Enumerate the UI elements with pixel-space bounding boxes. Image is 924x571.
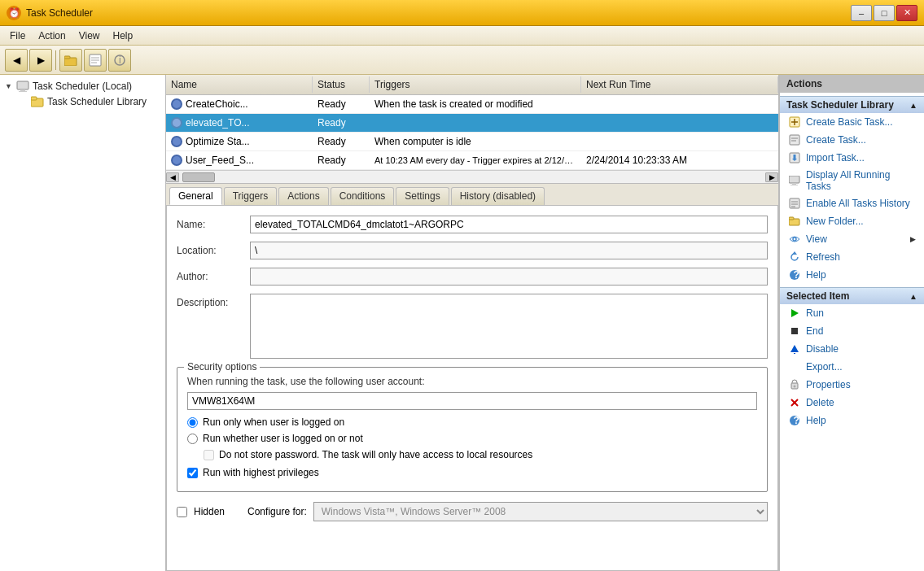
- action-display-running[interactable]: Display All Running Tasks: [780, 167, 924, 194]
- menu-action[interactable]: Action: [32, 28, 72, 43]
- folder-icon: [31, 96, 44, 107]
- security-section: Security options When running the task, …: [177, 367, 768, 492]
- toolbar-folder[interactable]: [59, 49, 82, 72]
- action-help-library[interactable]: ? Help: [780, 266, 924, 284]
- create-basic-icon: [788, 116, 801, 129]
- tree-library[interactable]: Task Scheduler Library: [3, 94, 162, 109]
- radio-whether-label: Run whether user is logged on or not: [203, 433, 363, 444]
- col-nextrun[interactable]: Next Run Time: [581, 76, 778, 93]
- close-button[interactable]: ✕: [896, 5, 917, 21]
- tree-expand-root[interactable]: ▼: [5, 82, 13, 90]
- action-properties[interactable]: Properties: [780, 376, 924, 394]
- action-enable-history[interactable]: Enable All Tasks History: [780, 194, 924, 212]
- bottom-row: Hidden Configure for: Windows Vista™, Wi…: [177, 502, 768, 521]
- create-task-icon: [788, 133, 801, 146]
- help-library-icon: ?: [788, 268, 801, 281]
- action-end[interactable]: End: [780, 322, 924, 340]
- action-create-basic-task[interactable]: Create Basic Task...: [780, 113, 924, 131]
- action-delete[interactable]: Delete: [780, 394, 924, 412]
- radio-logged-on-label: Run only when user is logged on: [203, 416, 344, 428]
- menu-help[interactable]: Help: [107, 28, 140, 43]
- location-input[interactable]: [250, 242, 768, 259]
- col-triggers[interactable]: Triggers: [370, 76, 581, 93]
- tab-history[interactable]: History (disabled): [451, 187, 545, 205]
- tab-actions[interactable]: Actions: [278, 187, 328, 205]
- security-title: Security options: [184, 361, 260, 373]
- table-row[interactable]: Optimize Sta... Ready When computer is i…: [166, 133, 778, 151]
- toolbar-task[interactable]: [84, 49, 107, 72]
- tree-root[interactable]: ▼ Task Scheduler (Local): [3, 78, 162, 94]
- user-account-input[interactable]: [187, 392, 757, 410]
- table-row[interactable]: CreateChoic... Ready When the task is cr…: [166, 95, 778, 114]
- checkbox-highest-privileges-label: Run with highest privileges: [203, 467, 319, 478]
- task-icon-2: [171, 136, 182, 147]
- radio-whether[interactable]: [187, 434, 198, 444]
- disable-label: Disable: [806, 343, 839, 355]
- checkbox-no-password[interactable]: [204, 450, 214, 460]
- action-new-folder[interactable]: New Folder...: [780, 212, 924, 230]
- scroll-thumb[interactable]: [182, 172, 215, 182]
- configure-select[interactable]: Windows Vista™, Windows Server™ 2008: [313, 502, 768, 521]
- toolbar-forward[interactable]: ▶: [29, 49, 52, 72]
- menu-view[interactable]: View: [72, 28, 107, 43]
- action-refresh[interactable]: Refresh: [780, 248, 924, 266]
- action-create-task[interactable]: Create Task...: [780, 131, 924, 149]
- menu-bar: File Action View Help: [0, 26, 924, 46]
- table-row[interactable]: User_Feed_S... Ready At 10:23 AM every d…: [166, 151, 778, 170]
- view-icon: [788, 233, 801, 246]
- radio-logged-on[interactable]: [187, 417, 198, 428]
- hidden-checkbox[interactable]: [177, 507, 187, 517]
- selected-section-title: Selected Item: [786, 290, 849, 302]
- import-task-label: Import Task...: [806, 152, 865, 163]
- table-row[interactable]: elevated_TO... Ready: [166, 114, 778, 133]
- tab-settings[interactable]: Settings: [396, 187, 449, 205]
- name-input[interactable]: [250, 216, 768, 233]
- action-export[interactable]: Export...: [780, 358, 924, 376]
- svg-rect-8: [17, 81, 28, 89]
- general-tab-content: Name: Location: Author: Description: Sec…: [166, 206, 778, 571]
- task-triggers-2: When computer is idle: [370, 134, 581, 149]
- description-textarea[interactable]: [250, 294, 768, 359]
- end-label: End: [806, 325, 823, 337]
- tab-bar: General Triggers Actions Conditions Sett…: [166, 184, 778, 206]
- help-selected-icon: ?: [788, 414, 801, 427]
- hscroll-bar[interactable]: ◀ ▶: [166, 170, 778, 183]
- task-icon-1: [171, 117, 182, 129]
- scroll-right[interactable]: ▶: [765, 172, 778, 182]
- col-status[interactable]: Status: [313, 76, 370, 93]
- toolbar-properties[interactable]: i: [108, 49, 131, 72]
- tab-triggers[interactable]: Triggers: [224, 187, 278, 205]
- library-collapse-icon[interactable]: ▲: [909, 101, 917, 110]
- computer-icon: [16, 80, 29, 93]
- maximize-button[interactable]: □: [874, 5, 895, 21]
- col-name[interactable]: Name: [166, 76, 313, 93]
- toolbar-back[interactable]: ◀: [5, 49, 28, 72]
- svg-rect-10: [19, 91, 27, 92]
- delete-label: Delete: [806, 397, 834, 408]
- svg-marker-30: [792, 251, 797, 255]
- library-section-header[interactable]: Task Scheduler Library ▲: [780, 96, 924, 113]
- end-icon: [788, 325, 801, 338]
- run-label: Run: [806, 307, 824, 319]
- action-disable[interactable]: Disable: [780, 340, 924, 358]
- selected-collapse-icon[interactable]: ▲: [909, 292, 917, 301]
- svg-rect-1: [64, 56, 70, 59]
- svg-rect-16: [790, 135, 799, 145]
- task-nextrun-3: 2/24/2014 10:23:33 AM: [581, 153, 778, 168]
- action-view[interactable]: View ▶: [780, 230, 924, 248]
- menu-file[interactable]: File: [3, 28, 32, 43]
- action-import-task[interactable]: Import Task...: [780, 149, 924, 167]
- view-submenu-arrow: ▶: [910, 235, 916, 243]
- title-bar: ⏰ Task Scheduler – □ ✕: [0, 0, 924, 26]
- action-run[interactable]: Run: [780, 304, 924, 322]
- selected-section-header[interactable]: Selected Item ▲: [780, 287, 924, 304]
- tab-general[interactable]: General: [169, 187, 222, 205]
- scroll-left[interactable]: ◀: [166, 172, 179, 182]
- minimize-button[interactable]: –: [851, 5, 872, 21]
- tab-conditions[interactable]: Conditions: [331, 187, 395, 205]
- action-help-selected[interactable]: ? Help: [780, 412, 924, 429]
- svg-rect-9: [20, 89, 25, 91]
- checkbox-highest-privileges[interactable]: [187, 468, 198, 478]
- svg-rect-22: [790, 185, 798, 185]
- name-row: Name:: [177, 216, 768, 233]
